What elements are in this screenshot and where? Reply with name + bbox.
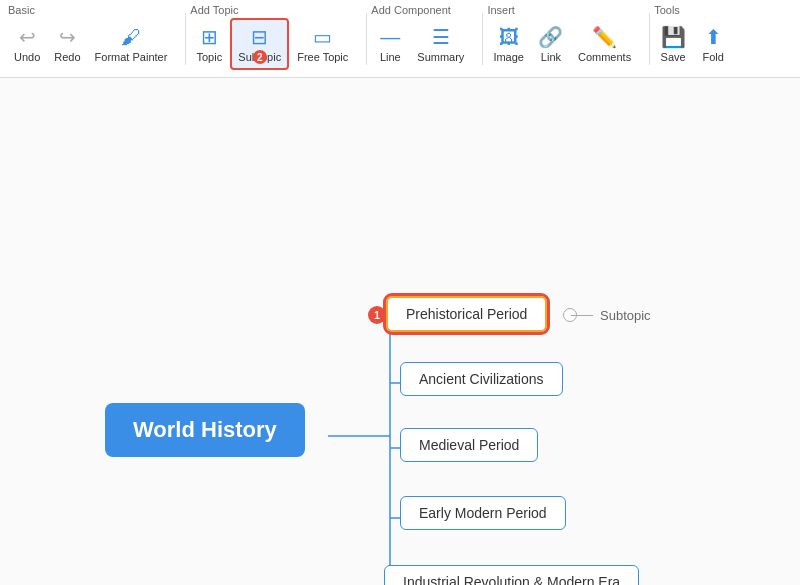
add-component-group-label: Add Component xyxy=(371,4,451,16)
topic-button[interactable]: ⊞ Topic xyxy=(190,18,228,70)
format-painter-label: Format Painter xyxy=(95,51,168,63)
subtopic-icon: ⊟ xyxy=(251,25,268,49)
undo-label: Undo xyxy=(14,51,40,63)
free-topic-icon: ▭ xyxy=(313,25,332,49)
mindmap-canvas[interactable]: World History 1 Prehistorical Period Sub… xyxy=(0,78,800,585)
comments-label: Comments xyxy=(578,51,631,63)
undo-icon: ↩ xyxy=(19,25,36,49)
topic-label-industrial: Industrial Revolution & Modern Era xyxy=(403,574,620,585)
image-icon: 🖼 xyxy=(499,26,519,49)
summary-icon: ☰ xyxy=(432,25,450,49)
comments-button[interactable]: ✏️ Comments xyxy=(572,18,637,70)
image-button[interactable]: 🖼 Image xyxy=(487,18,530,70)
fold-button[interactable]: ⬆ Fold xyxy=(694,18,732,70)
insert-group-label: Insert xyxy=(487,4,515,16)
toolbar-group-tools: Tools 💾 Save ⬆ Fold xyxy=(654,4,732,70)
summary-label: Summary xyxy=(417,51,464,63)
line-button[interactable]: — Line xyxy=(371,18,409,70)
toolbar-group-add-topic: Add Topic ⊞ Topic ⊟ Subtopic 2 ▭ Free To… xyxy=(190,4,354,70)
comments-icon: ✏️ xyxy=(592,25,617,49)
toolbar-group-insert: Insert 🖼 Image 🔗 Link ✏️ Comments xyxy=(487,4,637,70)
topic-node-medieval[interactable]: Medieval Period xyxy=(400,428,538,462)
topic-label: Topic xyxy=(197,51,223,63)
toolbar-group-basic: Basic ↩ Undo ↪ Redo 🖌 Format Painter xyxy=(8,4,173,70)
subtopic-connector-line xyxy=(571,315,593,316)
central-node[interactable]: World History xyxy=(105,403,305,457)
topic-label-medieval: Medieval Period xyxy=(419,437,519,453)
free-topic-button[interactable]: ▭ Free Topic xyxy=(291,18,354,70)
fold-icon: ⬆ xyxy=(705,25,722,49)
subtopic-button[interactable]: ⊟ Subtopic 2 xyxy=(230,18,289,70)
topic-node-ancient[interactable]: Ancient Civilizations xyxy=(400,362,563,396)
toolbar: Basic ↩ Undo ↪ Redo 🖌 Format Painter Add… xyxy=(0,0,800,78)
redo-label: Redo xyxy=(54,51,80,63)
tools-group-label: Tools xyxy=(654,4,680,16)
basic-group-label: Basic xyxy=(8,4,35,16)
format-painter-icon: 🖌 xyxy=(121,26,141,49)
divider-2 xyxy=(366,13,367,65)
add-topic-group-label: Add Topic xyxy=(190,4,238,16)
image-label: Image xyxy=(493,51,524,63)
redo-icon: ↪ xyxy=(59,25,76,49)
redo-button[interactable]: ↪ Redo xyxy=(48,18,86,70)
format-painter-button[interactable]: 🖌 Format Painter xyxy=(89,18,174,70)
undo-button[interactable]: ↩ Undo xyxy=(8,18,46,70)
toolbar-group-add-component: Add Component — Line ☰ Summary xyxy=(371,4,470,70)
line-label: Line xyxy=(380,51,401,63)
topic-node-early-modern[interactable]: Early Modern Period xyxy=(400,496,566,530)
divider-4 xyxy=(649,13,650,65)
save-label: Save xyxy=(661,51,686,63)
central-node-label: World History xyxy=(133,417,277,442)
topic-label-ancient: Ancient Civilizations xyxy=(419,371,544,387)
link-icon: 🔗 xyxy=(538,25,563,49)
subtopic-indicator-label: Subtopic xyxy=(600,308,651,323)
topic-label-early-modern: Early Modern Period xyxy=(419,505,547,521)
topic-node-industrial[interactable]: Industrial Revolution & Modern Era xyxy=(384,565,639,585)
topic-label-prehistorical: Prehistorical Period xyxy=(406,306,527,322)
subtopic-badge: 2 xyxy=(253,50,267,64)
topic-icon: ⊞ xyxy=(201,25,218,49)
topic-node-prehistorical[interactable]: Prehistorical Period xyxy=(386,296,547,332)
line-icon: — xyxy=(380,26,400,49)
free-topic-label: Free Topic xyxy=(297,51,348,63)
save-icon: 💾 xyxy=(661,25,686,49)
fold-label: Fold xyxy=(702,51,723,63)
link-label: Link xyxy=(541,51,561,63)
node-step-badge: 1 xyxy=(368,306,386,324)
save-button[interactable]: 💾 Save xyxy=(654,18,692,70)
summary-button[interactable]: ☰ Summary xyxy=(411,18,470,70)
divider-3 xyxy=(482,13,483,65)
divider-1 xyxy=(185,13,186,65)
link-button[interactable]: 🔗 Link xyxy=(532,18,570,70)
